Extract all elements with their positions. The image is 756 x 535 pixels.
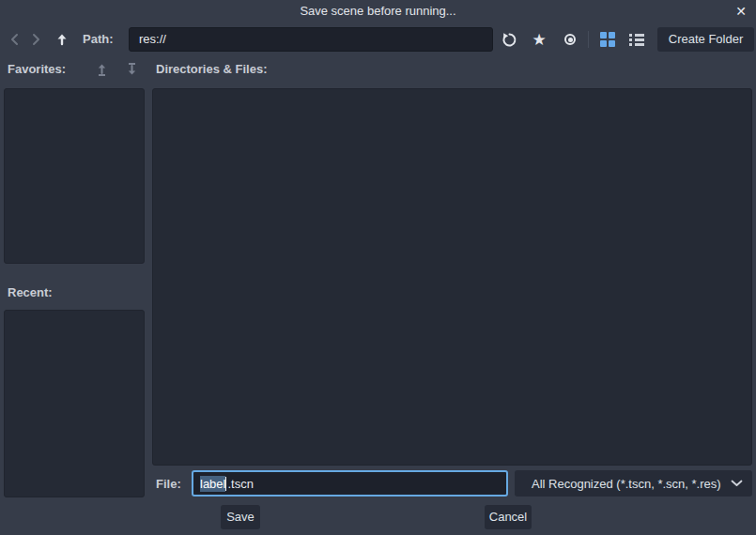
favorites-label: Favorites:: [8, 62, 66, 76]
refresh-button[interactable]: [498, 27, 520, 52]
create-folder-button[interactable]: Create Folder: [657, 27, 754, 52]
favorite-move-down-button[interactable]: [123, 61, 140, 78]
list-view-button[interactable]: [626, 27, 647, 52]
refresh-icon: [501, 32, 517, 48]
grid-view-icon: [600, 32, 615, 47]
favorites-list[interactable]: [4, 88, 145, 264]
save-button[interactable]: Save: [221, 505, 260, 529]
chevron-left-icon: [9, 33, 19, 46]
filename-input[interactable]: label .tscn: [192, 470, 508, 497]
list-view-icon: [629, 33, 644, 46]
move-down-icon: [126, 63, 138, 76]
chevron-right-icon: [32, 33, 41, 46]
file-label: File:: [156, 471, 181, 497]
filename-selected-text: label: [200, 476, 225, 492]
save-scene-dialog: Save scene before running... ✕ Path: res…: [0, 0, 756, 535]
filename-extension-text: .tscn: [227, 477, 253, 491]
up-directory-button[interactable]: [53, 27, 71, 52]
directories-files-list[interactable]: [152, 88, 752, 466]
toolbar-separator: [588, 31, 589, 48]
toggle-hidden-files-button[interactable]: [559, 27, 581, 52]
path-input[interactable]: res://: [129, 27, 493, 52]
favorite-star-icon[interactable]: ★: [527, 27, 551, 52]
back-button[interactable]: [6, 27, 23, 52]
path-label: Path:: [83, 27, 114, 52]
chevron-down-icon: [731, 480, 743, 487]
move-up-icon: [96, 63, 108, 76]
forward-button[interactable]: [28, 27, 45, 52]
arrow-up-icon: [55, 33, 69, 46]
filter-value: All Recognized (*.tscn, *.scn, *.res): [532, 477, 731, 491]
recent-list[interactable]: [4, 310, 145, 497]
file-type-filter-dropdown[interactable]: All Recognized (*.tscn, *.scn, *.res): [515, 470, 752, 497]
circled-dot-icon: [564, 34, 576, 45]
dialog-title: Save scene before running...: [0, 0, 756, 23]
directories-files-label: Directories & Files:: [156, 62, 268, 76]
favorite-move-up-button[interactable]: [93, 61, 110, 78]
grid-view-button[interactable]: [597, 27, 618, 52]
close-icon[interactable]: ✕: [733, 3, 749, 20]
cancel-button[interactable]: Cancel: [485, 505, 532, 529]
text-caret: [225, 477, 226, 491]
recent-label: Recent:: [8, 285, 53, 299]
